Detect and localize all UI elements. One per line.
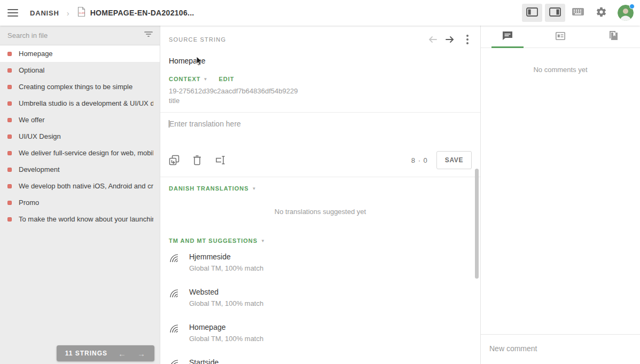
select-text-button[interactable] [215, 155, 227, 165]
translations-heading-toggle[interactable]: DANISH TRANSLATIONS ▼ [160, 177, 480, 192]
chevron-down-icon: ▼ [252, 186, 257, 191]
editor-panel: SOURCE STRING Homepage CONTEXT [160, 26, 481, 364]
translation-toolbar: 8 · 0 SAVE [160, 149, 480, 177]
tab-terms[interactable] [534, 26, 587, 48]
topbar: DANISH › XLIFF HOMEPAGE-EN-DA202106... [0, 0, 640, 26]
string-list-item[interactable]: Development [0, 161, 160, 178]
string-menu-button[interactable] [462, 34, 473, 45]
breadcrumb-chevron-icon: › [67, 9, 69, 18]
breadcrumb-language[interactable]: DANISH [30, 9, 59, 17]
source-string-label: SOURCE STRING [169, 36, 226, 43]
string-list-item[interactable]: We deliver full-service design for web, … [0, 145, 160, 161]
keyboard-shortcuts-button[interactable] [568, 4, 588, 22]
string-list: Homepage Optional Creating complex thing… [0, 45, 160, 227]
strings-count-pager: 11 STRINGS ← → [57, 345, 154, 361]
untranslated-status-icon [7, 118, 12, 122]
context-string-type: title [160, 95, 480, 112]
tm-suggestion-row[interactable]: Startside Global TM, 100% match [160, 350, 480, 364]
search-row [0, 26, 160, 45]
string-list-item[interactable]: Promo [0, 194, 160, 211]
toggle-right-panel-button[interactable] [545, 4, 565, 22]
string-list-item[interactable]: We offer [0, 112, 160, 128]
suggestion-text: Hjemmeside [189, 252, 263, 261]
context-row: CONTEXT ▼ EDIT [160, 65, 480, 82]
translation-editor: Enter translation here [160, 112, 480, 177]
string-list-item[interactable]: Creating complex things to be simple [0, 78, 160, 95]
translation-editor-app: DANISH › XLIFF HOMEPAGE-EN-DA202106... [0, 0, 640, 364]
tm-match-icon [169, 359, 180, 364]
string-list-item[interactable]: We develop both native iOS, Android and … [0, 178, 160, 194]
next-page-icon[interactable]: → [137, 349, 146, 358]
filter-icon[interactable] [144, 29, 153, 41]
user-avatar[interactable] [618, 5, 634, 21]
chevron-down-icon: ▼ [204, 77, 208, 82]
breadcrumb-file[interactable]: XLIFF HOMEPAGE-EN-DA202106... [77, 6, 194, 19]
comments-panel: No comments yet [481, 26, 640, 364]
suggestions-section: TM AND MT SUGGESTIONS ▼ Hjemmeside Globa… [160, 230, 480, 364]
string-list-item[interactable]: Homepage [0, 45, 160, 62]
suggestion-meta: Global TM, 100% match [189, 299, 263, 307]
source-string-text: Homepage [160, 45, 480, 65]
tm-match-icon [169, 253, 180, 266]
settings-button[interactable] [591, 4, 611, 22]
file-name: HOMEPAGE-EN-DA202106... [90, 9, 194, 17]
translations-section: DANISH TRANSLATIONS ▼ No translations su… [160, 177, 480, 230]
next-string-button[interactable] [443, 34, 457, 45]
edit-context-button[interactable]: EDIT [218, 76, 234, 82]
tab-comments[interactable] [481, 26, 534, 48]
suggestion-text: Startside [189, 358, 263, 364]
suggestion-text: Homepage [189, 323, 263, 331]
tab-dictionary[interactable] [587, 26, 640, 48]
xliff-file-icon: XLIFF [77, 6, 86, 19]
suggestion-text: Websted [189, 288, 263, 296]
terms-card-icon [555, 30, 566, 43]
source-header: SOURCE STRING [160, 26, 480, 45]
char-counter: 8 · 0 [411, 156, 428, 164]
tm-suggestion-row[interactable]: Homepage Global TM, 100% match [160, 314, 480, 350]
layout-right-icon [549, 7, 561, 19]
suggestion-meta: Global TM, 100% match [189, 264, 263, 272]
string-list-item[interactable]: To make the world know about your launch… [0, 211, 160, 227]
tm-match-icon [169, 288, 180, 302]
context-toggle[interactable]: CONTEXT ▼ [169, 76, 208, 82]
search-input[interactable] [7, 31, 144, 39]
string-list-item[interactable]: Optional [0, 62, 160, 78]
notification-dot [629, 4, 635, 9]
comment-icon [502, 30, 513, 43]
hamburger-menu-icon[interactable] [7, 9, 18, 17]
tm-match-icon [169, 323, 180, 337]
prev-page-icon[interactable]: ← [118, 349, 127, 358]
untranslated-status-icon [7, 134, 12, 139]
dictionary-book-icon [607, 30, 619, 43]
translation-input[interactable]: Enter translation here [160, 113, 480, 149]
untranslated-status-icon [7, 184, 12, 188]
string-list-item[interactable]: Umbrella studio is a development & UI/UX… [0, 95, 160, 112]
untranslated-status-icon [7, 217, 12, 221]
editor-scrollbar[interactable] [475, 169, 479, 279]
delete-translation-button[interactable] [192, 155, 202, 165]
untranslated-status-icon [7, 52, 12, 56]
toggle-left-panel-button[interactable] [522, 4, 542, 22]
untranslated-status-icon [7, 85, 12, 89]
save-button[interactable]: SAVE [436, 151, 472, 169]
untranslated-status-icon [7, 168, 12, 172]
new-comment-input[interactable] [489, 344, 631, 353]
keyboard-icon [572, 7, 584, 18]
untranslated-status-icon [7, 151, 12, 155]
suggestions-heading-toggle[interactable]: TM AND MT SUGGESTIONS ▼ [160, 230, 480, 244]
string-list-item[interactable]: UI/UX Design [0, 128, 160, 145]
copy-source-button[interactable] [169, 155, 179, 165]
gear-icon [596, 6, 607, 20]
new-comment-row [481, 334, 640, 364]
no-translations-text: No translations suggested yet [160, 192, 480, 230]
side-panel-tabs [481, 26, 640, 48]
suggestion-meta: Global TM, 100% match [189, 335, 263, 343]
previous-string-button[interactable] [426, 34, 440, 45]
tm-suggestion-row[interactable]: Websted Global TM, 100% match [160, 279, 480, 314]
no-comments-text: No comments yet [481, 48, 640, 74]
untranslated-status-icon [7, 101, 12, 106]
tm-suggestion-row[interactable]: Hjemmeside Global TM, 100% match [160, 244, 480, 279]
untranslated-status-icon [7, 68, 12, 73]
chevron-down-icon: ▼ [261, 239, 266, 243]
svg-text:XLIFF: XLIFF [79, 12, 85, 14]
